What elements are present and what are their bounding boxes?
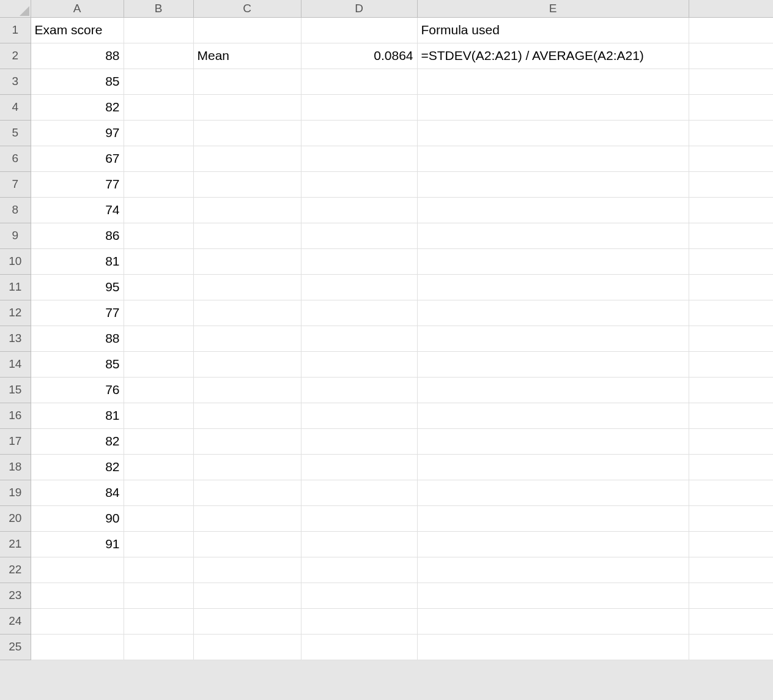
cell-overflow-9[interactable]: [689, 223, 773, 248]
cell-B14[interactable]: [124, 351, 193, 377]
cell-E5[interactable]: [417, 120, 689, 146]
row-header-7[interactable]: 7: [0, 171, 31, 197]
cell-C21[interactable]: [193, 531, 301, 557]
cell-D11[interactable]: [301, 274, 417, 300]
cell-D12[interactable]: [301, 300, 417, 326]
cell-E14[interactable]: [417, 351, 689, 377]
cell-C14[interactable]: [193, 351, 301, 377]
cell-B15[interactable]: [124, 377, 193, 403]
row-header-20[interactable]: 20: [0, 505, 31, 531]
cell-A6[interactable]: 67: [31, 146, 124, 171]
row-header-18[interactable]: 18: [0, 454, 31, 480]
col-header-overflow[interactable]: [689, 0, 773, 17]
cell-E23[interactable]: [417, 583, 689, 608]
cell-E22[interactable]: [417, 557, 689, 583]
cell-B3[interactable]: [124, 69, 193, 94]
col-header-C[interactable]: C: [193, 0, 301, 17]
cell-A1[interactable]: Exam score: [31, 17, 124, 43]
cell-A2[interactable]: 88: [31, 43, 124, 69]
cell-overflow-5[interactable]: [689, 120, 773, 146]
cell-C8[interactable]: [193, 197, 301, 223]
cell-E9[interactable]: [417, 223, 689, 248]
cell-E21[interactable]: [417, 531, 689, 557]
cell-A9[interactable]: 86: [31, 223, 124, 248]
cell-overflow-13[interactable]: [689, 326, 773, 351]
cell-A17[interactable]: 82: [31, 428, 124, 454]
cell-D6[interactable]: [301, 146, 417, 171]
row-header-8[interactable]: 8: [0, 197, 31, 223]
cell-A7[interactable]: 77: [31, 171, 124, 197]
cell-D20[interactable]: [301, 505, 417, 531]
cell-D14[interactable]: [301, 351, 417, 377]
cell-overflow-18[interactable]: [689, 454, 773, 480]
cell-C24[interactable]: [193, 608, 301, 634]
cell-C19[interactable]: [193, 480, 301, 505]
cell-E6[interactable]: [417, 146, 689, 171]
cell-overflow-24[interactable]: [689, 608, 773, 634]
cell-overflow-4[interactable]: [689, 94, 773, 120]
cell-B25[interactable]: [124, 634, 193, 660]
cell-C25[interactable]: [193, 634, 301, 660]
row-header-4[interactable]: 4: [0, 94, 31, 120]
cell-C10[interactable]: [193, 248, 301, 274]
cell-overflow-6[interactable]: [689, 146, 773, 171]
cell-B22[interactable]: [124, 557, 193, 583]
cell-overflow-16[interactable]: [689, 403, 773, 428]
cell-C5[interactable]: [193, 120, 301, 146]
row-header-15[interactable]: 15: [0, 377, 31, 403]
cell-D22[interactable]: [301, 557, 417, 583]
cell-D8[interactable]: [301, 197, 417, 223]
cell-A13[interactable]: 88: [31, 326, 124, 351]
cell-B6[interactable]: [124, 146, 193, 171]
col-header-D[interactable]: D: [301, 0, 417, 17]
cell-B17[interactable]: [124, 428, 193, 454]
cell-D5[interactable]: [301, 120, 417, 146]
row-header-5[interactable]: 5: [0, 120, 31, 146]
cell-B2[interactable]: [124, 43, 193, 69]
row-header-17[interactable]: 17: [0, 428, 31, 454]
cell-E3[interactable]: [417, 69, 689, 94]
cell-A23[interactable]: [31, 583, 124, 608]
cell-D16[interactable]: [301, 403, 417, 428]
cell-E18[interactable]: [417, 454, 689, 480]
select-all-corner[interactable]: [0, 0, 31, 17]
row-header-25[interactable]: 25: [0, 634, 31, 660]
cell-E17[interactable]: [417, 428, 689, 454]
cell-D23[interactable]: [301, 583, 417, 608]
cell-C1[interactable]: [193, 17, 301, 43]
cell-E11[interactable]: [417, 274, 689, 300]
cell-overflow-25[interactable]: [689, 634, 773, 660]
row-header-9[interactable]: 9: [0, 223, 31, 248]
cell-A5[interactable]: 97: [31, 120, 124, 146]
cell-C2[interactable]: Mean: [193, 43, 301, 69]
cell-C6[interactable]: [193, 146, 301, 171]
row-header-16[interactable]: 16: [0, 403, 31, 428]
cell-C4[interactable]: [193, 94, 301, 120]
cell-E12[interactable]: [417, 300, 689, 326]
cell-D18[interactable]: [301, 454, 417, 480]
row-header-10[interactable]: 10: [0, 248, 31, 274]
row-header-6[interactable]: 6: [0, 146, 31, 171]
row-header-3[interactable]: 3: [0, 69, 31, 94]
cell-D2[interactable]: 0.0864: [301, 43, 417, 69]
cell-C15[interactable]: [193, 377, 301, 403]
row-header-14[interactable]: 14: [0, 351, 31, 377]
cell-E25[interactable]: [417, 634, 689, 660]
cell-C3[interactable]: [193, 69, 301, 94]
cell-A11[interactable]: 95: [31, 274, 124, 300]
cell-overflow-14[interactable]: [689, 351, 773, 377]
cell-D19[interactable]: [301, 480, 417, 505]
cell-A21[interactable]: 91: [31, 531, 124, 557]
cell-E15[interactable]: [417, 377, 689, 403]
cell-A19[interactable]: 84: [31, 480, 124, 505]
cell-overflow-22[interactable]: [689, 557, 773, 583]
cell-B16[interactable]: [124, 403, 193, 428]
cell-D9[interactable]: [301, 223, 417, 248]
cell-C11[interactable]: [193, 274, 301, 300]
cell-A20[interactable]: 90: [31, 505, 124, 531]
cell-E19[interactable]: [417, 480, 689, 505]
cell-B1[interactable]: [124, 17, 193, 43]
cell-B8[interactable]: [124, 197, 193, 223]
cell-C13[interactable]: [193, 326, 301, 351]
cell-C23[interactable]: [193, 583, 301, 608]
